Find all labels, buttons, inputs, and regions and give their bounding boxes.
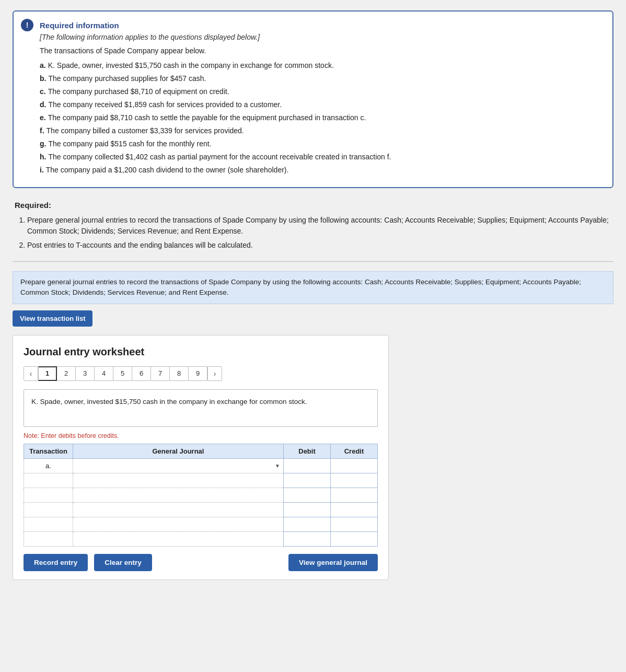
debit-input[interactable] — [284, 517, 330, 531]
required-section: Required: Prepare general journal entrie… — [13, 201, 613, 251]
prev-tab-button[interactable]: ‹ — [24, 366, 38, 381]
tab-1[interactable]: 1 — [38, 366, 57, 381]
debit-cell[interactable] — [284, 531, 331, 546]
journal-input[interactable] — [73, 517, 283, 531]
credit-input[interactable] — [331, 488, 377, 502]
worksheet-title: Journal entry worksheet — [24, 346, 378, 358]
required-title: Required: — [15, 201, 611, 210]
credit-input[interactable] — [331, 517, 377, 531]
debit-cell[interactable] — [284, 458, 331, 473]
transaction-item: f.The company billed a customer $3,339 f… — [40, 125, 600, 136]
debit-input[interactable] — [284, 503, 330, 517]
clear-entry-button[interactable]: Clear entry — [94, 554, 152, 571]
nav-tabs: ‹ 123456789 › — [24, 366, 378, 381]
credit-cell[interactable] — [331, 502, 378, 517]
credit-cell[interactable] — [331, 517, 378, 531]
credit-cell[interactable] — [331, 488, 378, 502]
main-container: ! Required information [The following in… — [13, 10, 613, 580]
table-row: a.▼ — [24, 458, 378, 473]
transaction-letter: i. — [40, 166, 44, 174]
credit-input[interactable] — [331, 473, 377, 488]
transaction-item: e.The company paid $8,710 cash to settle… — [40, 112, 600, 123]
debit-input[interactable] — [284, 473, 330, 488]
tab-8[interactable]: 8 — [170, 366, 189, 381]
credit-input[interactable] — [331, 532, 377, 546]
credit-cell[interactable] — [331, 531, 378, 546]
required-item: Prepare general journal entries to recor… — [27, 215, 611, 237]
credit-cell[interactable] — [331, 458, 378, 473]
journal-input[interactable] — [73, 532, 283, 546]
transaction-cell — [24, 517, 73, 531]
transaction-item: d.The company received $1,859 cash for s… — [40, 99, 600, 110]
debit-input[interactable] — [284, 459, 330, 473]
transaction-item: h.The company collected $1,402 cash as p… — [40, 152, 600, 163]
journal-tbody: a.▼ — [24, 458, 378, 546]
journal-input[interactable] — [73, 503, 283, 517]
instruction-bar: Prepare general journal entries to recor… — [13, 271, 613, 304]
debit-cell[interactable] — [284, 473, 331, 488]
info-box: ! Required information [The following in… — [13, 10, 613, 188]
transaction-cell — [24, 488, 73, 502]
tab-5[interactable]: 5 — [113, 366, 132, 381]
col-debit: Debit — [284, 444, 331, 458]
debit-cell[interactable] — [284, 517, 331, 531]
journal-input[interactable] — [76, 459, 273, 473]
transaction-letter: e. — [40, 113, 46, 122]
transaction-letter: g. — [40, 140, 46, 148]
tab-6[interactable]: 6 — [132, 366, 151, 381]
general-journal-cell[interactable] — [73, 531, 283, 546]
col-credit: Credit — [331, 444, 378, 458]
transaction-item: i.The company paid a $1,200 cash dividen… — [40, 165, 600, 176]
exclamation-icon: ! — [21, 19, 33, 31]
transaction-description: K. Spade, owner, invested $15,750 cash i… — [24, 389, 378, 427]
journal-table: Transaction General Journal Debit Credit… — [24, 444, 378, 547]
general-journal-cell[interactable]: ▼ — [73, 458, 283, 473]
transaction-letter: f. — [40, 126, 44, 135]
next-tab-button[interactable]: › — [207, 366, 222, 381]
tab-3[interactable]: 3 — [76, 366, 95, 381]
tab-4[interactable]: 4 — [95, 366, 113, 381]
general-journal-cell[interactable] — [73, 488, 283, 502]
required-info-title: Required information — [40, 21, 600, 30]
transaction-item: b.The company purchased supplies for $45… — [40, 73, 600, 84]
table-row — [24, 488, 378, 502]
journal-input[interactable] — [73, 473, 283, 488]
transaction-list: a.K. Spade, owner, invested $15,750 cash… — [40, 60, 600, 176]
credit-input[interactable] — [331, 459, 377, 473]
transaction-cell: a. — [24, 458, 73, 473]
intro-text: The transactions of Spade Company appear… — [40, 47, 600, 55]
credit-cell[interactable] — [331, 473, 378, 488]
tab-2[interactable]: 2 — [57, 366, 76, 381]
debit-input[interactable] — [284, 488, 330, 502]
divider — [13, 261, 613, 262]
table-row — [24, 473, 378, 488]
transaction-letter: b. — [40, 74, 46, 83]
transaction-letter: d. — [40, 100, 46, 109]
view-transaction-button[interactable]: View transaction list — [13, 310, 92, 327]
worksheet-container: Journal entry worksheet ‹ 123456789 › K.… — [13, 335, 389, 580]
tab-7[interactable]: 7 — [151, 366, 170, 381]
credit-input[interactable] — [331, 503, 377, 517]
general-journal-cell[interactable] — [73, 517, 283, 531]
transaction-cell — [24, 502, 73, 517]
tabs-container: 123456789 — [38, 366, 207, 381]
journal-input[interactable] — [73, 488, 283, 502]
table-row — [24, 502, 378, 517]
dropdown-arrow-icon: ▼ — [275, 463, 280, 469]
required-items: Prepare general journal entries to recor… — [15, 215, 611, 251]
tab-9[interactable]: 9 — [189, 366, 207, 381]
debit-input[interactable] — [284, 532, 330, 546]
transaction-item: g.The company paid $515 cash for the mon… — [40, 138, 600, 149]
transaction-item: c.The company purchased $8,710 of equipm… — [40, 86, 600, 97]
general-journal-cell[interactable] — [73, 473, 283, 488]
debit-cell[interactable] — [284, 502, 331, 517]
record-entry-button[interactable]: Record entry — [24, 554, 88, 571]
table-row — [24, 517, 378, 531]
view-general-journal-button[interactable]: View general journal — [288, 554, 378, 571]
transaction-item: a.K. Spade, owner, invested $15,750 cash… — [40, 60, 600, 71]
transaction-letter: h. — [40, 153, 46, 161]
transaction-letter: a. — [40, 61, 46, 69]
debit-cell[interactable] — [284, 488, 331, 502]
transaction-cell — [24, 473, 73, 488]
general-journal-cell[interactable] — [73, 502, 283, 517]
